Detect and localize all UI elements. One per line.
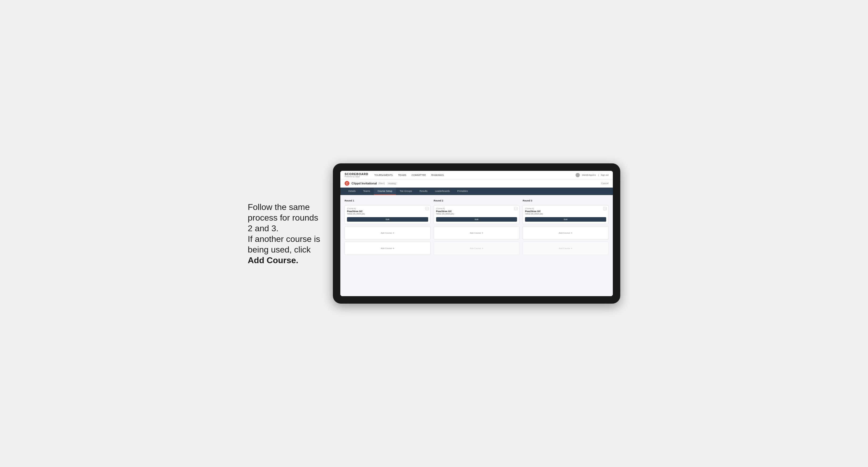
sub-header: C Clippd Invitational (Men) Hosting Canc… [340,179,613,188]
tab-course-setup[interactable]: Course Setup [374,188,396,195]
user-email: blair@clippd.io [582,174,596,176]
nav-links: TOURNAMENTS TEAMS COMMITTEE RANKINGS [374,173,576,178]
cancel-button[interactable]: Cancel [601,182,609,185]
round-3-label: Round 3 [523,199,609,202]
round-2-course-label: (Course A) [436,208,517,210]
tablet-screen: SCOREBOARD Powered by clippd TOURNAMENTS… [340,171,613,296]
nav-user-area: blair@clippd.io | Sign out [576,173,609,177]
tournament-name: Clippd Invitational [351,182,377,185]
nav-teams[interactable]: TEAMS [398,173,407,178]
round-2-add-course-1-plus: + [482,231,484,235]
round-3-course-name: Peachtree GC [525,210,606,213]
instruction-text: Follow the same process for rounds 2 and… [248,202,320,265]
round-1-label: Round 1 [345,199,431,202]
round-2-column: Round 2 ○ (Course A) Peachtree GC Yellow… [434,199,520,255]
round-1-add-course-2-label: Add Course [381,247,392,250]
round-1-edit-button[interactable]: Edit [347,217,428,222]
round-3-add-course-1-plus: + [571,231,572,235]
nav-tournaments[interactable]: TOURNAMENTS [374,173,393,178]
tab-tee-groups[interactable]: Tee Groups [396,188,416,195]
round-3-add-course-2-plus: + [571,247,572,250]
tab-teams[interactable]: Teams [360,188,374,195]
round-1-remove-button[interactable]: ○ [426,207,429,210]
round-1-course-details: Yellow (M) (6629 yds) [347,213,428,215]
tab-details[interactable]: Details [345,188,360,195]
round-3-course-details: Yellow (M) (6629 yds) [525,213,606,215]
tab-leaderboards[interactable]: Leaderboards [431,188,454,195]
brand-title: SCOREBOARD [345,173,368,176]
round-3-column: Round 3 ○ (Course A) Peachtree GC Yellow… [523,199,609,255]
round-3-add-course-1[interactable]: Add Course + [523,226,609,240]
add-course-emphasis: Add Course. [248,255,298,265]
nav-committee[interactable]: COMMITTEE [411,173,427,178]
round-2-add-course-1[interactable]: Add Course + [434,226,520,240]
round-2-add-course-1-label: Add Course [470,232,481,234]
round-3-remove-button[interactable]: ○ [603,207,607,210]
round-2-label: Round 2 [434,199,520,202]
sign-out-link[interactable]: Sign out [601,174,609,176]
round-2-edit-button[interactable]: Edit [436,217,517,222]
round-1-add-course-1-label: Add Course [381,232,392,234]
hosting-tag: Hosting [387,182,397,185]
round-1-course-name: Peachtree GC [347,210,428,213]
round-1-add-course-1-plus: + [393,231,394,235]
instruction-panel: Follow the same process for rounds 2 and… [248,202,322,266]
round-1-add-course-2-plus: + [393,247,394,250]
round-2-course-a-card: ○ (Course A) Peachtree GC Yellow (M) (66… [434,205,520,224]
round-1-add-course-1[interactable]: Add Course + [345,226,431,240]
brand-logo: SCOREBOARD Powered by clippd [345,173,368,178]
round-2-remove-button[interactable]: ○ [514,207,518,210]
tournament-gender-badge: (Men) [378,182,385,185]
nav-rankings[interactable]: RANKINGS [431,173,444,178]
tablet-device: SCOREBOARD Powered by clippd TOURNAMENTS… [333,163,620,304]
tab-printables[interactable]: Printables [454,188,471,195]
round-1-course-label: (Course A) [347,208,428,210]
sub-header-logo: C [345,181,349,186]
round-2-add-course-2: Add Course + [434,242,520,255]
round-3-add-course-1-label: Add Course [559,232,570,234]
tabs-bar: Details Teams Course Setup Tee Groups Re… [340,188,613,195]
round-3-course-label: (Course A) [525,208,606,210]
top-navigation: SCOREBOARD Powered by clippd TOURNAMENTS… [340,171,613,179]
round-3-edit-button[interactable]: Edit [525,217,606,222]
course-setup-content: Round 1 ○ (Course A) Peachtree GC Yellow… [340,195,613,296]
page-wrapper: Follow the same process for rounds 2 and… [248,163,620,304]
round-3-add-course-2-label: Add Course [559,247,570,250]
round-3-course-a-card: ○ (Course A) Peachtree GC Yellow (M) (66… [523,205,609,224]
round-3-add-course-2: Add Course + [523,242,609,255]
round-1-column: Round 1 ○ (Course A) Peachtree GC Yellow… [345,199,431,255]
pipe-separator: | [598,174,599,176]
round-2-course-details: Yellow (M) (6629 yds) [436,213,517,215]
round-1-course-a-card: ○ (Course A) Peachtree GC Yellow (M) (66… [345,205,431,224]
round-2-add-course-2-label: Add Course [470,247,481,250]
round-1-add-course-2[interactable]: Add Course + [345,242,431,255]
rounds-grid: Round 1 ○ (Course A) Peachtree GC Yellow… [345,199,609,255]
tab-results[interactable]: Results [416,188,431,195]
brand-subtitle: Powered by clippd [345,176,368,178]
round-2-add-course-2-plus: + [482,247,484,250]
user-avatar [576,173,580,177]
round-2-course-name: Peachtree GC [436,210,517,213]
